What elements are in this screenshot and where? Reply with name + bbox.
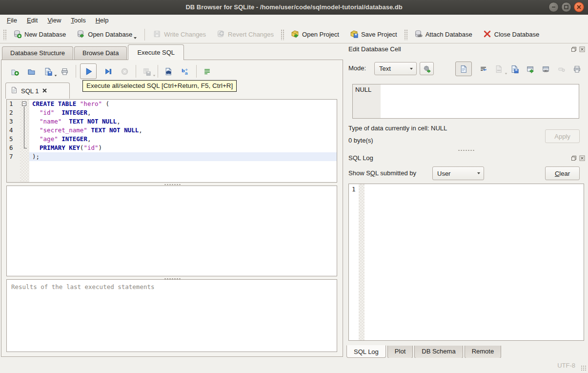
execute-line-button[interactable] bbox=[101, 65, 114, 78]
dock-tab-db-schema[interactable]: DB Schema bbox=[414, 346, 463, 358]
dock-splitter-handle[interactable] bbox=[458, 149, 474, 151]
find-replace-icon bbox=[164, 67, 173, 76]
dock-tab-remote[interactable]: Remote bbox=[465, 346, 502, 358]
apply-mode-button[interactable] bbox=[420, 62, 434, 75]
dropdown-caret-icon bbox=[153, 75, 156, 76]
open-database-button[interactable]: Open Database bbox=[71, 28, 142, 41]
execute-all-button[interactable] bbox=[80, 63, 97, 79]
import-data-icon bbox=[495, 65, 503, 73]
clear-log-button[interactable]: Clear bbox=[545, 166, 580, 180]
print-cell-button[interactable] bbox=[570, 62, 583, 75]
save-sql-file-button[interactable] bbox=[41, 65, 54, 78]
write-changes-button: Write Changes bbox=[147, 28, 211, 41]
line-number: 2 bbox=[7, 108, 20, 117]
dock-tab-plot[interactable]: Plot bbox=[387, 346, 413, 358]
close-button[interactable] bbox=[574, 2, 584, 12]
menu-edit[interactable]: Edit bbox=[22, 16, 42, 25]
sql-editor[interactable]: 1234567 − CREATE TABLE "hero" ( "id" INT… bbox=[6, 99, 337, 183]
toolbar-separator bbox=[144, 29, 145, 41]
main-tab-bar: Database StructureBrowse DataExecute SQL bbox=[2, 44, 185, 60]
dock-tab-sql-log[interactable]: SQL Log bbox=[346, 345, 386, 358]
log-dock-title: SQL Log bbox=[348, 154, 373, 162]
open-sql-file-button[interactable] bbox=[25, 65, 38, 78]
save-results-button bbox=[140, 65, 153, 78]
print-button[interactable] bbox=[58, 65, 71, 78]
code-line-3: "name" TEXT NOT NULL, bbox=[29, 117, 337, 126]
code-area[interactable]: CREATE TABLE "hero" ( "id" INTEGER, "nam… bbox=[29, 100, 337, 182]
text-mode-button[interactable] bbox=[455, 62, 472, 76]
float-panel-icon[interactable] bbox=[570, 155, 577, 161]
format-sql-button[interactable]: ba bbox=[179, 65, 191, 78]
word-wrap-button[interactable] bbox=[201, 65, 213, 78]
link-data-button[interactable] bbox=[539, 62, 552, 75]
mode-combobox[interactable]: Text bbox=[374, 62, 417, 75]
chevron-down-icon bbox=[410, 68, 413, 70]
log-dock-buttons bbox=[570, 155, 585, 161]
dropdown-caret-icon bbox=[134, 37, 137, 39]
line-number: 1 bbox=[7, 100, 20, 108]
cell-editor[interactable]: NULL bbox=[352, 84, 579, 119]
export-data-icon bbox=[526, 65, 534, 73]
minimize-button[interactable] bbox=[548, 2, 559, 12]
code-line-4: "secret_name" TEXT NOT NULL, bbox=[29, 126, 337, 135]
new-database-button[interactable]: New Database bbox=[8, 28, 71, 41]
save-sql-file-icon bbox=[44, 67, 52, 76]
code-line-7: ); bbox=[29, 152, 337, 161]
log-filter-label: Show SQL submitted by bbox=[348, 169, 416, 177]
attach-database-icon bbox=[414, 30, 423, 38]
log-fold-margin bbox=[359, 184, 365, 340]
open-tab-icon bbox=[11, 67, 19, 76]
dock-tab-bar: SQL LogPlotDB SchemaRemote bbox=[346, 346, 503, 358]
save-project-button[interactable]: Save Project bbox=[345, 28, 403, 41]
attach-database-button[interactable]: Attach Database bbox=[409, 28, 478, 41]
print-cell-icon bbox=[573, 65, 581, 73]
word-wrap-icon bbox=[203, 67, 211, 76]
open-database-icon bbox=[77, 30, 85, 38]
toolbar-separator bbox=[136, 65, 136, 78]
cell-type-info: Type of data currently in cell: NULL bbox=[348, 124, 447, 132]
svg-text:a: a bbox=[184, 70, 187, 75]
new-database-label: New Database bbox=[24, 31, 66, 38]
close-database-button[interactable]: Close Database bbox=[478, 28, 545, 41]
toolbar-handle bbox=[404, 29, 407, 40]
fold-collapse-icon[interactable]: − bbox=[22, 102, 26, 106]
sql-document-tab-label: SQL 1 bbox=[21, 87, 39, 95]
sql-document-tab[interactable]: SQL 1 bbox=[5, 83, 70, 99]
menu-file[interactable]: File bbox=[2, 16, 22, 25]
right-dock: Edit Database Cell Mode: Text NULL Type … bbox=[344, 44, 588, 358]
log-filter-combobox[interactable]: User bbox=[432, 166, 484, 180]
menu-help[interactable]: Help bbox=[91, 16, 114, 25]
tab-browse-data[interactable]: Browse Data bbox=[74, 46, 127, 60]
sql-log-view[interactable]: 1 bbox=[348, 184, 584, 341]
find-replace-button[interactable] bbox=[162, 65, 175, 78]
maximize-button[interactable] bbox=[561, 2, 571, 12]
wrap-lines-button[interactable] bbox=[477, 62, 489, 75]
execute-tooltip: Execute all/selected SQL [Ctrl+Return, F… bbox=[82, 80, 237, 92]
export-data-button[interactable] bbox=[524, 62, 536, 75]
tab-execute-sql[interactable]: Execute SQL bbox=[128, 44, 184, 60]
save-data-button[interactable] bbox=[508, 62, 521, 75]
open-project-label: Open Project bbox=[302, 31, 339, 38]
open-project-button[interactable]: Open Project bbox=[285, 28, 345, 41]
float-panel-icon[interactable] bbox=[570, 46, 577, 52]
close-panel-icon[interactable] bbox=[579, 46, 585, 52]
code-line-2: "id" INTEGER, bbox=[29, 108, 337, 117]
open-tab-button[interactable] bbox=[8, 65, 21, 78]
menu-tools[interactable]: Tools bbox=[66, 16, 90, 25]
sql-editor-toolbar: ba bbox=[2, 61, 342, 82]
apply-button[interactable]: Apply bbox=[545, 129, 580, 143]
tab-database-structure[interactable]: Database Structure bbox=[2, 46, 73, 60]
dropdown-caret-icon bbox=[505, 73, 507, 74]
execute-line-icon bbox=[104, 67, 112, 76]
resize-grip[interactable] bbox=[581, 365, 587, 371]
line-number: 5 bbox=[7, 135, 20, 144]
menu-view[interactable]: View bbox=[42, 16, 66, 25]
code-line-5: "age" INTEGER, bbox=[29, 135, 337, 144]
revert-changes-icon bbox=[217, 30, 225, 38]
statusbar: UTF-8 bbox=[0, 358, 588, 373]
line-number-gutter: 1234567 bbox=[7, 100, 20, 182]
close-tab-icon[interactable] bbox=[42, 87, 47, 95]
execute-all-icon bbox=[84, 67, 93, 76]
cell-value: NULL bbox=[355, 86, 371, 93]
close-panel-icon[interactable] bbox=[579, 155, 585, 161]
